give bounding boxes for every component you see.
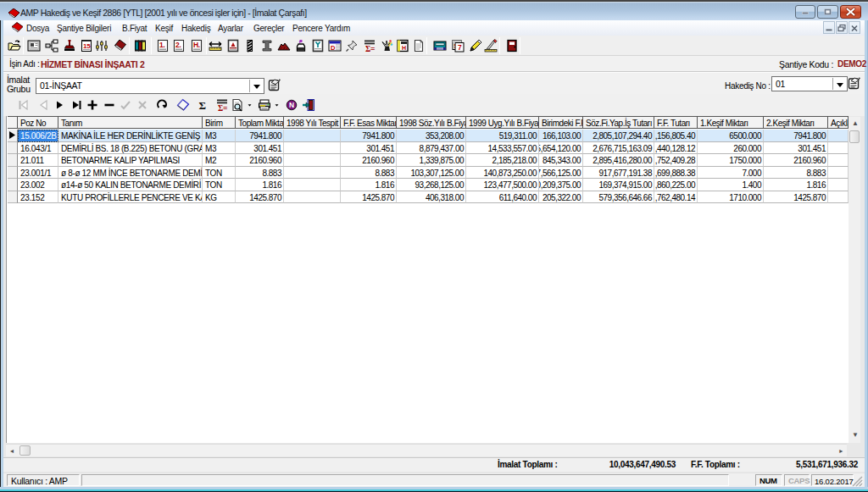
svg-text:N: N <box>289 101 294 109</box>
svg-text:H: H <box>402 45 406 51</box>
svg-text:7: 7 <box>458 43 462 52</box>
svg-text:H.: H. <box>193 41 200 49</box>
svg-text:2.: 2. <box>175 41 181 49</box>
svg-text:15: 15 <box>83 42 91 50</box>
svg-text:Σ=: Σ= <box>365 45 375 53</box>
svg-text:Σ: Σ <box>199 99 206 112</box>
svg-text:D: D <box>331 44 336 52</box>
svg-text:1.: 1. <box>159 41 165 49</box>
svg-text:Σ=: Σ= <box>218 104 227 113</box>
